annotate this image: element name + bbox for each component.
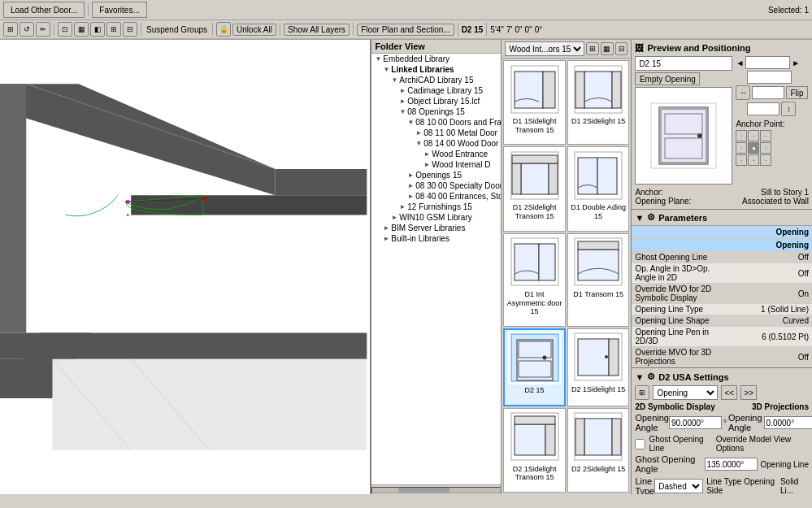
line-type-select[interactable]: Dashed (654, 479, 703, 493)
thumbnail-item[interactable]: D2 1Sidelight 15 (567, 328, 630, 406)
anchor-tl[interactable]: · (736, 130, 747, 141)
toolbar-icon-7[interactable]: ⊞ (106, 22, 121, 37)
tree-item[interactable]: ►08 40 00 Entrances, Stor (371, 191, 501, 202)
thumb-label: D2 1Sidelight Transom 15 (506, 465, 563, 483)
toolbar-icon-4[interactable]: ⊡ (58, 22, 72, 37)
anchor-ml[interactable]: · (736, 142, 747, 154)
d2-opening-select[interactable]: Opening (653, 385, 718, 400)
ghost-angle-label: Ghost Opening Angle (635, 454, 704, 474)
load-other-door-button[interactable]: Load Other Door... (3, 2, 85, 18)
lock-icon[interactable]: 🔒 (216, 22, 231, 37)
empty-opening-button[interactable]: Empty Opening (635, 72, 700, 85)
show-all-layers-button[interactable]: Show All Layers (284, 24, 350, 36)
flip-icon[interactable]: ↔ (736, 85, 750, 100)
tree-item[interactable]: ►Openings 15 (371, 170, 501, 180)
thumbnail-item[interactable]: D1 Int Asymmetric door 15 (503, 233, 566, 327)
anchor-tc[interactable]: · (748, 130, 759, 141)
selected-badge: Selected: 1 (768, 6, 809, 15)
toolbar-icon-1[interactable]: ⊞ (3, 22, 18, 37)
dim1-input[interactable] (745, 56, 790, 69)
svg-rect-31 (578, 158, 597, 194)
toolbar-icon-2[interactable]: ↺ (20, 22, 34, 37)
opening-angle-3d-input[interactable] (764, 416, 812, 429)
lib-icon-3[interactable]: ⊟ (615, 42, 628, 55)
tree-item[interactable]: ▼08 10 00 Doors and Fram (371, 117, 501, 128)
tree-item[interactable]: ►08 11 00 Metal Door (371, 128, 501, 138)
d2-header[interactable]: ▼ ⚙ D2 USA Settings (635, 371, 809, 382)
toolbar-icon-8[interactable]: ⊟ (123, 22, 137, 37)
canvas-area[interactable] (0, 40, 371, 494)
folder-tree[interactable]: ▼Embedded Library▼Linked Libraries▼Archi… (371, 54, 501, 484)
thumbnail-item[interactable]: D1 2Sidelight 15 (567, 60, 630, 145)
tree-item[interactable]: ▼ArchiCAD Library 15 (371, 75, 501, 85)
svg-marker-4 (276, 169, 367, 195)
tree-item[interactable]: ►Cadimage Library 15 (371, 85, 501, 96)
dim4-input[interactable] (747, 102, 779, 115)
svg-marker-6 (52, 333, 367, 359)
thumbnail-item[interactable]: D2 1Sidelight Transom 15 (503, 408, 566, 493)
anchor-br[interactable]: · (760, 154, 771, 166)
svg-rect-28 (549, 163, 558, 194)
toolbar-icon-3[interactable]: ✏ (36, 22, 50, 37)
param-row-7: Override MVO for 3D Projections Off (632, 347, 812, 367)
anchor-mr[interactable]: · (760, 142, 771, 154)
d2-nav-next[interactable]: >> (740, 385, 757, 400)
preview-controls: ◄ ► ↔ Flip (736, 56, 807, 185)
thumb-label: D1 Double Ading 15 (570, 203, 627, 221)
toolbar-icon-5[interactable]: ▦ (74, 22, 89, 37)
tree-item[interactable]: ▼08 14 00 Wood Door (371, 138, 501, 149)
dim3-input[interactable] (752, 86, 784, 99)
favorites-button[interactable]: Favorites... (92, 2, 146, 18)
anchor-label: Anchor Point: (736, 119, 807, 128)
svg-rect-29 (512, 155, 558, 163)
tree-item[interactable]: ►WIN10 GSM Library (371, 212, 501, 223)
anchor-tr[interactable]: · (760, 130, 771, 141)
thumbnail-item[interactable]: D2 15 (503, 328, 566, 406)
svg-marker-2 (0, 84, 26, 267)
toolbar-icon-6[interactable]: ◧ (90, 22, 105, 37)
coord-3: 0" (515, 25, 522, 34)
tree-item[interactable]: ►12 Furnishings 15 (371, 202, 501, 212)
anchor-bc[interactable]: · (748, 154, 759, 166)
thumbnail-item[interactable]: D1 2Sidelight Transom 15 (503, 146, 566, 231)
ghost-checkbox[interactable] (635, 439, 645, 449)
separator-2 (141, 23, 141, 36)
params-icon: ⚙ (647, 212, 655, 223)
tree-item[interactable]: ►BIM Server Libraries (371, 223, 501, 233)
ghost-angle-input[interactable] (705, 458, 758, 471)
thumb-image (572, 236, 625, 289)
dim2-input[interactable] (747, 71, 792, 84)
tree-item[interactable]: ►Wood Entrance (371, 149, 501, 159)
lib-icon-1[interactable]: ⊞ (586, 42, 599, 55)
lib-icon-2[interactable]: ▦ (601, 42, 614, 55)
opening-line-label: Opening Line (761, 460, 810, 469)
flip-button[interactable]: Flip (786, 86, 807, 99)
folder-scrollbar[interactable] (371, 484, 501, 494)
d2-nav-prev[interactable]: << (721, 385, 737, 400)
thumb-image (572, 63, 625, 115)
tree-item[interactable]: ►Built-in Libraries (371, 233, 501, 244)
anchor-mc[interactable]: ● (748, 142, 759, 154)
separator-4 (280, 23, 280, 36)
top-bar: Load Other Door... Favorites... Selected… (0, 0, 812, 20)
floor-plan-section-button[interactable]: Floor Plan and Section... (357, 24, 454, 36)
thumbnail-item[interactable]: D1 Double Ading 15 (567, 146, 630, 231)
tree-item[interactable]: ►Wood Internal D (371, 159, 501, 170)
override-options-label: Override Model View Options (716, 435, 809, 453)
tree-item[interactable]: ►08 30 00 Specialty Doors (371, 180, 501, 191)
nav-prev[interactable]: ◄ (736, 59, 744, 67)
thumbnail-item[interactable]: D2 2Sidelight 15 (567, 408, 630, 493)
parameters-header[interactable]: ▼ ⚙ Parameters (632, 210, 812, 226)
nav-next[interactable]: ► (792, 59, 800, 67)
lib-dropdown[interactable]: Wood Int...ors 15 (505, 41, 584, 56)
tree-item[interactable]: ▼Linked Libraries (371, 64, 501, 75)
thumbnail-item[interactable]: D1 Transom 15 (567, 233, 630, 327)
unlock-all-button[interactable]: Unlock All (232, 24, 276, 36)
svg-marker-13 (52, 359, 367, 450)
tree-item[interactable]: ▼Embedded Library (371, 54, 501, 64)
anchor-bl[interactable]: · (736, 154, 747, 166)
tree-item[interactable]: ▼08 Openings 15 (371, 106, 501, 117)
tree-item[interactable]: ►Object Library 15.lcf (371, 96, 501, 106)
opening-angle-input[interactable] (669, 416, 722, 429)
thumbnail-item[interactable]: D1 1Sidelight Transom 15 (503, 60, 566, 145)
